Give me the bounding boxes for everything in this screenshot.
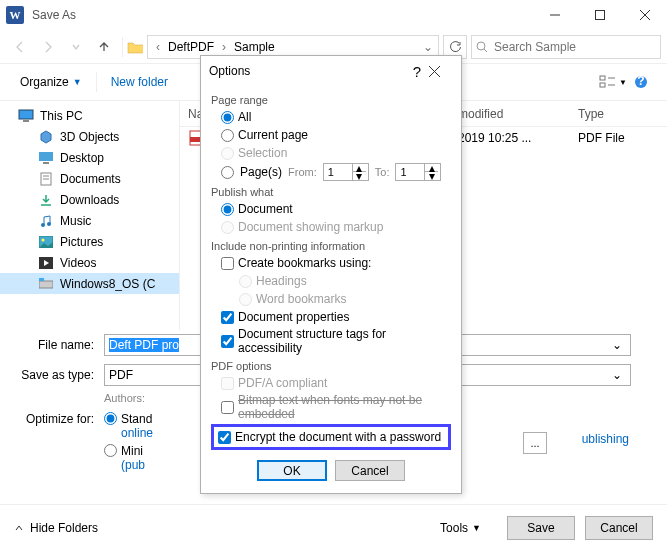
sidebar-item-documents[interactable]: Documents bbox=[0, 168, 179, 189]
maximize-button[interactable] bbox=[577, 0, 622, 30]
radio-all[interactable]: All bbox=[211, 108, 451, 126]
ok-button[interactable]: OK bbox=[257, 460, 327, 481]
group-page-range: Page range bbox=[211, 94, 451, 106]
help-button[interactable]: ? bbox=[405, 63, 429, 80]
filetype-value: PDF bbox=[109, 368, 133, 382]
sidebar-item-pictures[interactable]: Pictures bbox=[0, 231, 179, 252]
sidebar-item-music[interactable]: Music bbox=[0, 210, 179, 231]
publishing-text: ublishing bbox=[582, 432, 629, 446]
options-button[interactable]: ... bbox=[523, 432, 547, 454]
search-input[interactable] bbox=[471, 35, 661, 59]
col-type: Type bbox=[578, 107, 658, 121]
check-bitmap[interactable]: Bitmap text when fonts may not be embedd… bbox=[211, 392, 451, 422]
radio-selection: Selection bbox=[211, 144, 451, 162]
organize-button[interactable]: Organize▼ bbox=[12, 71, 90, 93]
pages-from-input[interactable]: ▴▾ bbox=[323, 163, 369, 181]
window-title: Save As bbox=[32, 8, 76, 22]
forward-button[interactable] bbox=[34, 33, 62, 61]
radio-current-page[interactable]: Current page bbox=[211, 126, 451, 144]
word-icon: W bbox=[6, 6, 24, 24]
titlebar: W Save As bbox=[0, 0, 667, 30]
videos-icon bbox=[38, 255, 54, 271]
filename-label: File name: bbox=[14, 338, 94, 352]
svg-rect-14 bbox=[39, 152, 53, 161]
svg-line-5 bbox=[484, 49, 487, 52]
cube-icon bbox=[38, 129, 54, 145]
divider bbox=[122, 37, 123, 57]
crumb-sample[interactable]: Sample bbox=[230, 40, 279, 54]
svg-point-23 bbox=[42, 238, 45, 241]
close-button[interactable] bbox=[622, 0, 667, 30]
footer: Hide Folders Tools▼ Save Cancel bbox=[0, 504, 667, 550]
cancel-button[interactable]: Cancel bbox=[585, 516, 653, 540]
dialog-cancel-button[interactable]: Cancel bbox=[335, 460, 405, 481]
sidebar: This PC 3D Objects Desktop Documents Dow… bbox=[0, 101, 180, 330]
pictures-icon bbox=[38, 234, 54, 250]
group-pdf-options: PDF options bbox=[211, 360, 451, 372]
svg-point-20 bbox=[41, 223, 45, 227]
save-button[interactable]: Save bbox=[507, 516, 575, 540]
documents-icon bbox=[38, 171, 54, 187]
optimize-label: Optimize for: bbox=[14, 412, 94, 426]
file-date: 2019 10:25 ... bbox=[458, 131, 578, 145]
sidebar-item-3d[interactable]: 3D Objects bbox=[0, 126, 179, 147]
search-field[interactable] bbox=[492, 39, 656, 55]
sidebar-this-pc[interactable]: This PC bbox=[0, 105, 179, 126]
check-properties[interactable]: Document properties bbox=[211, 308, 451, 326]
group-publish-what: Publish what bbox=[211, 186, 451, 198]
sidebar-item-desktop[interactable]: Desktop bbox=[0, 147, 179, 168]
up-button[interactable] bbox=[90, 33, 118, 61]
filename-value: Deft PDF pro bbox=[109, 338, 179, 352]
chevron-down-icon[interactable]: ⌄ bbox=[608, 368, 626, 382]
options-dialog: Options ? Page range All Current page Se… bbox=[200, 55, 462, 494]
sidebar-item-downloads[interactable]: Downloads bbox=[0, 189, 179, 210]
check-encrypt[interactable]: Encrypt the document with a password bbox=[218, 428, 444, 446]
optimize-standard[interactable]: Standonline bbox=[104, 412, 153, 440]
drive-icon bbox=[38, 276, 54, 292]
downloads-icon bbox=[38, 192, 54, 208]
radio-word-bookmarks: Word bookmarks bbox=[211, 290, 451, 308]
svg-rect-13 bbox=[23, 120, 29, 122]
svg-rect-1 bbox=[595, 10, 604, 19]
svg-rect-25 bbox=[39, 281, 53, 288]
dialog-title-bar: Options ? bbox=[201, 56, 461, 86]
hide-folders-button[interactable]: Hide Folders bbox=[14, 521, 98, 535]
svg-rect-6 bbox=[600, 76, 605, 80]
minimize-button[interactable] bbox=[532, 0, 577, 30]
radio-headings: Headings bbox=[211, 272, 451, 290]
crumb-deftpdf[interactable]: DeftPDF bbox=[164, 40, 218, 54]
svg-rect-12 bbox=[19, 110, 33, 119]
pages-to-input[interactable]: ▴▾ bbox=[395, 163, 441, 181]
chevron-down-icon[interactable]: ⌄ bbox=[608, 338, 626, 352]
svg-text:?: ? bbox=[637, 75, 644, 88]
check-pdfa: PDF/A compliant bbox=[211, 374, 451, 392]
filetype-label: Save as type: bbox=[14, 368, 94, 382]
sidebar-item-drive-c[interactable]: Windows8_OS (C bbox=[0, 273, 179, 294]
folder-icon bbox=[127, 39, 143, 55]
help-button[interactable]: ? bbox=[627, 70, 655, 94]
close-button[interactable] bbox=[429, 66, 453, 77]
col-modified: modified bbox=[458, 107, 578, 121]
sidebar-item-videos[interactable]: Videos bbox=[0, 252, 179, 273]
chevron-down-icon[interactable]: ⌄ bbox=[422, 40, 434, 54]
back-button[interactable] bbox=[6, 33, 34, 61]
optimize-minimum[interactable]: Mini(pub bbox=[104, 444, 153, 472]
check-structure-tags[interactable]: Document structure tags for accessibilit… bbox=[211, 326, 451, 356]
tools-dropdown[interactable]: Tools▼ bbox=[440, 521, 481, 535]
radio-pages[interactable]: Page(s) From: ▴▾ To: ▴▾ bbox=[211, 162, 451, 182]
new-folder-button[interactable]: New folder bbox=[103, 71, 176, 93]
radio-standard[interactable] bbox=[104, 412, 117, 425]
svg-rect-7 bbox=[600, 83, 605, 87]
radio-minimum[interactable] bbox=[104, 444, 117, 457]
svg-rect-26 bbox=[39, 278, 44, 281]
recent-button[interactable] bbox=[62, 33, 90, 61]
radio-document-markup: Document showing markup bbox=[211, 218, 451, 236]
check-bookmarks[interactable]: Create bookmarks using: bbox=[211, 254, 451, 272]
group-nonprinting: Include non-printing information bbox=[211, 240, 451, 252]
dialog-title: Options bbox=[209, 64, 405, 78]
music-icon bbox=[38, 213, 54, 229]
view-button[interactable]: ▼ bbox=[599, 70, 627, 94]
radio-document[interactable]: Document bbox=[211, 200, 451, 218]
encrypt-highlight: Encrypt the document with a password bbox=[211, 424, 451, 450]
svg-point-4 bbox=[477, 42, 485, 50]
